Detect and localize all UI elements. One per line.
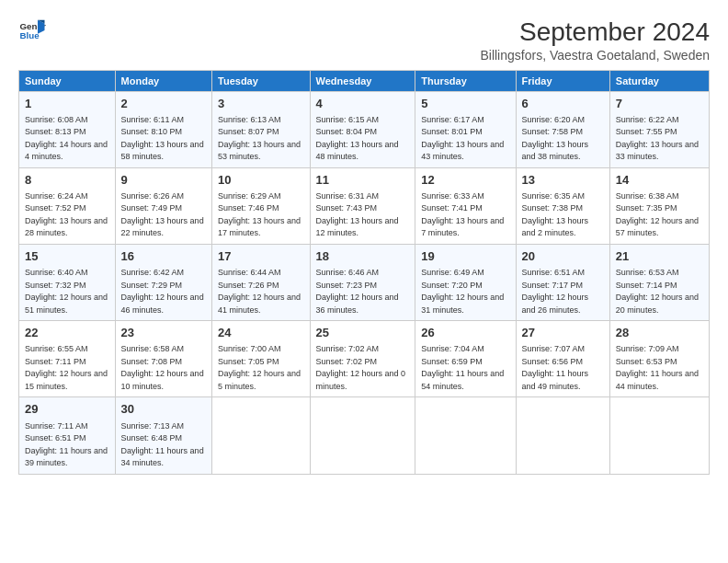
day-header-thursday: Thursday [415, 70, 516, 91]
day-number: 19 [421, 248, 509, 265]
day-header-sunday: Sunday [19, 70, 116, 91]
day-cell-18: 18Sunrise: 6:46 AMSunset: 7:23 PMDayligh… [310, 244, 415, 320]
day-number: 20 [522, 248, 604, 265]
day-number: 23 [121, 325, 206, 341]
day-cell-24: 24Sunrise: 7:00 AMSunset: 7:05 PMDayligh… [212, 321, 311, 397]
day-cell-3: 3Sunrise: 6:13 AMSunset: 8:07 PMDaylight… [212, 91, 311, 167]
day-cell-16: 16Sunrise: 6:42 AMSunset: 7:29 PMDayligh… [115, 244, 211, 320]
page: General Blue September 2024 Billingsfors… [0, 0, 728, 563]
svg-text:Blue: Blue [20, 30, 40, 40]
day-cell-22: 22Sunrise: 6:55 AMSunset: 7:11 PMDayligh… [19, 321, 116, 397]
day-info: Sunrise: 7:13 AMSunset: 6:48 PMDaylight:… [121, 420, 206, 470]
day-number: 25 [316, 325, 410, 341]
day-cell-14: 14Sunrise: 6:38 AMSunset: 7:35 PMDayligh… [609, 167, 709, 244]
day-number: 15 [25, 248, 109, 265]
day-info: Sunrise: 6:53 AMSunset: 7:14 PMDaylight:… [616, 267, 703, 316]
day-info: Sunrise: 6:24 AMSunset: 7:52 PMDaylight:… [25, 190, 109, 240]
day-cell-5: 5Sunrise: 6:17 AMSunset: 8:01 PMDaylight… [415, 91, 516, 167]
day-number: 2 [121, 96, 206, 112]
day-number: 17 [218, 248, 304, 265]
logo: General Blue [18, 17, 46, 44]
week-row-4: 22Sunrise: 6:55 AMSunset: 7:11 PMDayligh… [19, 321, 710, 397]
day-cell-28: 28Sunrise: 7:09 AMSunset: 6:53 PMDayligh… [609, 321, 709, 397]
day-cell-13: 13Sunrise: 6:35 AMSunset: 7:38 PMDayligh… [516, 167, 609, 244]
day-number: 13 [522, 172, 604, 189]
day-number: 16 [121, 248, 206, 265]
day-cell-8: 8Sunrise: 6:24 AMSunset: 7:52 PMDaylight… [19, 167, 116, 244]
day-cell-26: 26Sunrise: 7:04 AMSunset: 6:59 PMDayligh… [415, 321, 516, 397]
week-row-2: 8Sunrise: 6:24 AMSunset: 7:52 PMDaylight… [19, 167, 710, 244]
week-row-1: 1Sunrise: 6:08 AMSunset: 8:13 PMDaylight… [19, 91, 710, 167]
day-header-saturday: Saturday [609, 70, 709, 91]
day-info: Sunrise: 6:11 AMSunset: 8:10 PMDaylight:… [121, 114, 206, 164]
day-number: 9 [121, 172, 206, 189]
main-title: September 2024 [480, 17, 710, 48]
header: General Blue September 2024 Billingsfors… [18, 17, 710, 63]
day-number: 28 [616, 325, 703, 341]
day-number: 24 [218, 325, 304, 341]
empty-cell [516, 397, 609, 474]
day-info: Sunrise: 6:55 AMSunset: 7:11 PMDaylight:… [25, 343, 109, 393]
day-info: Sunrise: 6:44 AMSunset: 7:26 PMDaylight:… [218, 267, 304, 316]
day-number: 12 [421, 172, 509, 189]
title-block: September 2024 Billingsfors, Vaestra Goe… [480, 17, 710, 63]
day-header-friday: Friday [516, 70, 609, 91]
calendar-table: SundayMondayTuesdayWednesdayThursdayFrid… [18, 70, 710, 475]
day-info: Sunrise: 6:22 AMSunset: 7:55 PMDaylight:… [616, 114, 703, 164]
day-info: Sunrise: 6:58 AMSunset: 7:08 PMDaylight:… [121, 343, 206, 393]
day-cell-4: 4Sunrise: 6:15 AMSunset: 8:04 PMDaylight… [310, 91, 415, 167]
day-cell-9: 9Sunrise: 6:26 AMSunset: 7:49 PMDaylight… [115, 167, 211, 244]
day-number: 3 [218, 96, 304, 112]
day-info: Sunrise: 6:13 AMSunset: 8:07 PMDaylight:… [218, 114, 304, 164]
day-info: Sunrise: 7:02 AMSunset: 7:02 PMDaylight:… [316, 343, 410, 393]
header-row: SundayMondayTuesdayWednesdayThursdayFrid… [19, 70, 710, 91]
day-number: 18 [316, 248, 410, 265]
day-cell-21: 21Sunrise: 6:53 AMSunset: 7:14 PMDayligh… [609, 244, 709, 320]
day-info: Sunrise: 6:51 AMSunset: 7:17 PMDaylight:… [522, 267, 604, 316]
day-cell-17: 17Sunrise: 6:44 AMSunset: 7:26 PMDayligh… [212, 244, 311, 320]
day-info: Sunrise: 6:46 AMSunset: 7:23 PMDaylight:… [316, 267, 410, 316]
day-number: 8 [25, 172, 109, 189]
day-cell-7: 7Sunrise: 6:22 AMSunset: 7:55 PMDaylight… [609, 91, 709, 167]
day-number: 11 [316, 172, 410, 189]
day-cell-20: 20Sunrise: 6:51 AMSunset: 7:17 PMDayligh… [516, 244, 609, 320]
day-number: 7 [616, 96, 703, 112]
day-info: Sunrise: 7:09 AMSunset: 6:53 PMDaylight:… [616, 343, 703, 393]
day-cell-25: 25Sunrise: 7:02 AMSunset: 7:02 PMDayligh… [310, 321, 415, 397]
day-info: Sunrise: 6:17 AMSunset: 8:01 PMDaylight:… [421, 114, 509, 164]
day-cell-6: 6Sunrise: 6:20 AMSunset: 7:58 PMDaylight… [516, 91, 609, 167]
empty-cell [415, 397, 516, 474]
week-row-5: 29Sunrise: 7:11 AMSunset: 6:51 PMDayligh… [19, 397, 710, 474]
day-number: 5 [421, 96, 509, 112]
day-number: 6 [522, 96, 604, 112]
day-cell-30: 30Sunrise: 7:13 AMSunset: 6:48 PMDayligh… [115, 397, 211, 474]
day-number: 21 [616, 248, 703, 265]
day-number: 1 [25, 96, 109, 112]
day-number: 14 [616, 172, 703, 189]
day-info: Sunrise: 6:49 AMSunset: 7:20 PMDaylight:… [421, 267, 509, 316]
day-info: Sunrise: 6:35 AMSunset: 7:38 PMDaylight:… [522, 190, 604, 240]
day-cell-15: 15Sunrise: 6:40 AMSunset: 7:32 PMDayligh… [19, 244, 116, 320]
day-info: Sunrise: 7:00 AMSunset: 7:05 PMDaylight:… [218, 343, 304, 393]
day-cell-2: 2Sunrise: 6:11 AMSunset: 8:10 PMDaylight… [115, 91, 211, 167]
day-number: 22 [25, 325, 109, 341]
day-header-wednesday: Wednesday [310, 70, 415, 91]
day-info: Sunrise: 6:26 AMSunset: 7:49 PMDaylight:… [121, 190, 206, 240]
day-cell-29: 29Sunrise: 7:11 AMSunset: 6:51 PMDayligh… [19, 397, 116, 474]
day-number: 4 [316, 96, 410, 112]
day-number: 29 [25, 401, 109, 418]
day-info: Sunrise: 7:04 AMSunset: 6:59 PMDaylight:… [421, 343, 509, 393]
day-number: 27 [522, 325, 604, 341]
day-cell-10: 10Sunrise: 6:29 AMSunset: 7:46 PMDayligh… [212, 167, 311, 244]
day-header-tuesday: Tuesday [212, 70, 311, 91]
day-cell-23: 23Sunrise: 6:58 AMSunset: 7:08 PMDayligh… [115, 321, 211, 397]
subtitle: Billingsfors, Vaestra Goetaland, Sweden [480, 48, 710, 63]
logo-icon: General Blue [18, 17, 46, 44]
day-cell-27: 27Sunrise: 7:07 AMSunset: 6:56 PMDayligh… [516, 321, 609, 397]
day-header-monday: Monday [115, 70, 211, 91]
empty-cell [212, 397, 311, 474]
day-cell-11: 11Sunrise: 6:31 AMSunset: 7:43 PMDayligh… [310, 167, 415, 244]
day-info: Sunrise: 6:31 AMSunset: 7:43 PMDaylight:… [316, 190, 410, 240]
day-info: Sunrise: 6:38 AMSunset: 7:35 PMDaylight:… [616, 190, 703, 240]
day-info: Sunrise: 6:42 AMSunset: 7:29 PMDaylight:… [121, 267, 206, 316]
